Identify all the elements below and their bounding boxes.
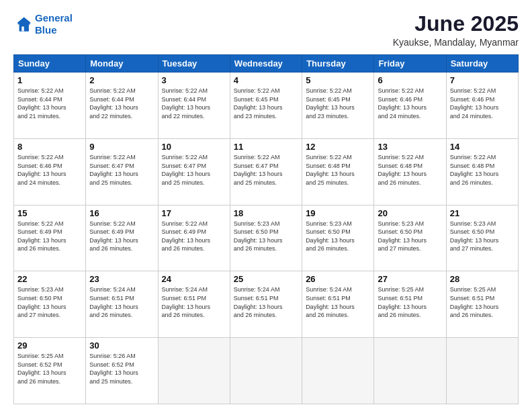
col-monday: Monday bbox=[86, 55, 158, 73]
table-row: 4Sunrise: 5:22 AM Sunset: 6:45 PM Daylig… bbox=[230, 73, 302, 139]
day-number: 2 bbox=[89, 75, 154, 85]
day-info: Sunrise: 5:22 AM Sunset: 6:46 PM Dayligh… bbox=[450, 87, 515, 120]
table-row: 17Sunrise: 5:22 AM Sunset: 6:49 PM Dayli… bbox=[158, 205, 230, 271]
calendar-header-row: Sunday Monday Tuesday Wednesday Thursday… bbox=[14, 55, 519, 73]
day-number: 29 bbox=[17, 340, 82, 351]
day-number: 19 bbox=[306, 208, 370, 218]
month-title: June 2025 bbox=[393, 12, 519, 36]
logo-text: General Blue bbox=[35, 12, 73, 36]
day-number: 25 bbox=[234, 274, 298, 284]
table-row: 2Sunrise: 5:22 AM Sunset: 6:44 PM Daylig… bbox=[86, 73, 158, 139]
day-info: Sunrise: 5:26 AM Sunset: 6:52 PM Dayligh… bbox=[89, 352, 154, 385]
table-row bbox=[302, 338, 374, 404]
day-info: Sunrise: 5:22 AM Sunset: 6:46 PM Dayligh… bbox=[378, 87, 442, 120]
day-number: 15 bbox=[17, 208, 82, 218]
day-info: Sunrise: 5:22 AM Sunset: 6:49 PM Dayligh… bbox=[89, 220, 154, 253]
table-row: 9Sunrise: 5:22 AM Sunset: 6:47 PM Daylig… bbox=[86, 138, 158, 205]
day-info: Sunrise: 5:24 AM Sunset: 6:51 PM Dayligh… bbox=[162, 285, 226, 319]
calendar-week-1: 1Sunrise: 5:22 AM Sunset: 6:44 PM Daylig… bbox=[14, 73, 519, 139]
col-saturday: Saturday bbox=[446, 55, 518, 73]
day-number: 23 bbox=[89, 274, 154, 284]
day-info: Sunrise: 5:25 AM Sunset: 6:51 PM Dayligh… bbox=[450, 285, 515, 319]
table-row: 26Sunrise: 5:24 AM Sunset: 6:51 PM Dayli… bbox=[302, 271, 374, 338]
table-row: 30Sunrise: 5:26 AM Sunset: 6:52 PM Dayli… bbox=[86, 338, 158, 404]
day-info: Sunrise: 5:22 AM Sunset: 6:48 PM Dayligh… bbox=[378, 153, 442, 187]
table-row: 10Sunrise: 5:22 AM Sunset: 6:47 PM Dayli… bbox=[158, 138, 230, 205]
table-row: 21Sunrise: 5:23 AM Sunset: 6:50 PM Dayli… bbox=[446, 205, 518, 271]
logo-icon bbox=[13, 15, 32, 34]
day-number: 7 bbox=[450, 75, 515, 85]
table-row: 22Sunrise: 5:23 AM Sunset: 6:50 PM Dayli… bbox=[14, 271, 86, 338]
day-info: Sunrise: 5:25 AM Sunset: 6:51 PM Dayligh… bbox=[378, 285, 442, 319]
day-info: Sunrise: 5:23 AM Sunset: 6:50 PM Dayligh… bbox=[306, 220, 370, 253]
calendar-week-2: 8Sunrise: 5:22 AM Sunset: 6:46 PM Daylig… bbox=[14, 138, 519, 205]
table-row bbox=[230, 338, 302, 404]
col-wednesday: Wednesday bbox=[230, 55, 302, 73]
logo-general: General bbox=[35, 12, 73, 24]
table-row: 6Sunrise: 5:22 AM Sunset: 6:46 PM Daylig… bbox=[374, 73, 446, 139]
table-row: 19Sunrise: 5:23 AM Sunset: 6:50 PM Dayli… bbox=[302, 205, 374, 271]
day-info: Sunrise: 5:22 AM Sunset: 6:47 PM Dayligh… bbox=[162, 153, 226, 187]
svg-rect-4 bbox=[21, 27, 24, 32]
day-number: 14 bbox=[450, 142, 515, 152]
day-number: 10 bbox=[162, 142, 226, 152]
day-number: 9 bbox=[89, 142, 154, 152]
day-info: Sunrise: 5:22 AM Sunset: 6:49 PM Dayligh… bbox=[17, 220, 82, 253]
location: Kyaukse, Mandalay, Myanmar bbox=[393, 37, 519, 48]
page: General Blue June 2025 Kyaukse, Mandalay… bbox=[0, 0, 532, 411]
day-number: 8 bbox=[17, 142, 82, 152]
day-number: 27 bbox=[378, 274, 442, 284]
day-number: 5 bbox=[306, 75, 370, 85]
day-info: Sunrise: 5:22 AM Sunset: 6:44 PM Dayligh… bbox=[162, 87, 226, 120]
day-number: 22 bbox=[17, 274, 82, 284]
table-row: 1Sunrise: 5:22 AM Sunset: 6:44 PM Daylig… bbox=[14, 73, 86, 139]
day-number: 20 bbox=[378, 208, 442, 218]
day-info: Sunrise: 5:22 AM Sunset: 6:49 PM Dayligh… bbox=[162, 220, 226, 253]
table-row: 16Sunrise: 5:22 AM Sunset: 6:49 PM Dayli… bbox=[86, 205, 158, 271]
day-number: 12 bbox=[306, 142, 370, 152]
day-info: Sunrise: 5:23 AM Sunset: 6:50 PM Dayligh… bbox=[378, 220, 442, 253]
day-info: Sunrise: 5:22 AM Sunset: 6:45 PM Dayligh… bbox=[306, 87, 370, 120]
logo: General Blue bbox=[13, 12, 73, 36]
calendar-week-5: 29Sunrise: 5:25 AM Sunset: 6:52 PM Dayli… bbox=[14, 338, 519, 404]
calendar-week-3: 15Sunrise: 5:22 AM Sunset: 6:49 PM Dayli… bbox=[14, 205, 519, 271]
table-row bbox=[446, 338, 518, 404]
day-number: 17 bbox=[162, 208, 226, 218]
day-info: Sunrise: 5:22 AM Sunset: 6:48 PM Dayligh… bbox=[306, 153, 370, 187]
table-row: 24Sunrise: 5:24 AM Sunset: 6:51 PM Dayli… bbox=[158, 271, 230, 338]
calendar-week-4: 22Sunrise: 5:23 AM Sunset: 6:50 PM Dayli… bbox=[14, 271, 519, 338]
day-number: 24 bbox=[162, 274, 226, 284]
table-row: 14Sunrise: 5:22 AM Sunset: 6:48 PM Dayli… bbox=[446, 138, 518, 205]
day-number: 6 bbox=[378, 75, 442, 85]
day-number: 4 bbox=[234, 75, 298, 85]
day-info: Sunrise: 5:22 AM Sunset: 6:44 PM Dayligh… bbox=[89, 87, 154, 120]
col-sunday: Sunday bbox=[14, 55, 86, 73]
day-number: 21 bbox=[450, 208, 515, 218]
day-info: Sunrise: 5:22 AM Sunset: 6:47 PM Dayligh… bbox=[89, 153, 154, 187]
table-row bbox=[374, 338, 446, 404]
calendar-table: Sunday Monday Tuesday Wednesday Thursday… bbox=[13, 54, 519, 404]
day-info: Sunrise: 5:23 AM Sunset: 6:50 PM Dayligh… bbox=[234, 220, 298, 253]
title-block: June 2025 Kyaukse, Mandalay, Myanmar bbox=[393, 12, 519, 48]
day-number: 18 bbox=[234, 208, 298, 218]
day-info: Sunrise: 5:22 AM Sunset: 6:46 PM Dayligh… bbox=[17, 153, 82, 187]
day-number: 26 bbox=[306, 274, 370, 284]
header: General Blue June 2025 Kyaukse, Mandalay… bbox=[13, 12, 519, 48]
table-row: 8Sunrise: 5:22 AM Sunset: 6:46 PM Daylig… bbox=[14, 138, 86, 205]
day-info: Sunrise: 5:24 AM Sunset: 6:51 PM Dayligh… bbox=[89, 285, 154, 319]
day-info: Sunrise: 5:22 AM Sunset: 6:47 PM Dayligh… bbox=[234, 153, 298, 187]
day-number: 11 bbox=[234, 142, 298, 152]
day-info: Sunrise: 5:23 AM Sunset: 6:50 PM Dayligh… bbox=[17, 285, 82, 319]
day-info: Sunrise: 5:24 AM Sunset: 6:51 PM Dayligh… bbox=[306, 285, 370, 319]
table-row: 28Sunrise: 5:25 AM Sunset: 6:51 PM Dayli… bbox=[446, 271, 518, 338]
day-info: Sunrise: 5:22 AM Sunset: 6:44 PM Dayligh… bbox=[17, 87, 82, 120]
table-row: 18Sunrise: 5:23 AM Sunset: 6:50 PM Dayli… bbox=[230, 205, 302, 271]
table-row: 7Sunrise: 5:22 AM Sunset: 6:46 PM Daylig… bbox=[446, 73, 518, 139]
logo-blue-text: Blue bbox=[35, 24, 57, 36]
table-row bbox=[158, 338, 230, 404]
day-info: Sunrise: 5:22 AM Sunset: 6:45 PM Dayligh… bbox=[234, 87, 298, 120]
day-number: 3 bbox=[162, 75, 226, 85]
table-row: 23Sunrise: 5:24 AM Sunset: 6:51 PM Dayli… bbox=[86, 271, 158, 338]
day-number: 13 bbox=[378, 142, 442, 152]
table-row: 3Sunrise: 5:22 AM Sunset: 6:44 PM Daylig… bbox=[158, 73, 230, 139]
